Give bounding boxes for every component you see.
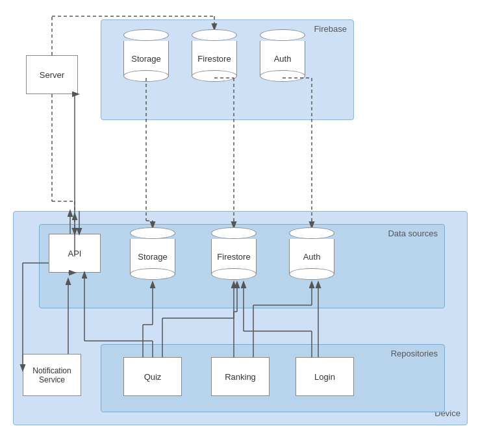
ds-cyl-top-3 (289, 227, 334, 239)
api-box: API (49, 234, 101, 273)
cylinder-bottom-oval (123, 70, 169, 82)
cylinder-top (123, 29, 169, 41)
firebase-firestore-cylinder: Firestore (192, 29, 237, 77)
ds-cyl-body-3: Auth (289, 239, 334, 275)
ds-auth-label: Auth (303, 252, 321, 262)
ds-cyl-body-2: Firestore (211, 239, 257, 275)
cylinder-body-3: Auth (260, 41, 305, 77)
ds-firestore-label: Firestore (217, 252, 250, 262)
login-label: Login (314, 372, 335, 382)
firebase-firestore-label: Firestore (197, 54, 231, 64)
notification-service-box: Notification Service (23, 354, 81, 396)
ds-storage-cylinder: Storage (130, 227, 175, 275)
cylinder-bottom-oval-2 (192, 70, 237, 82)
ranking-box: Ranking (211, 357, 270, 396)
cylinder-top-2 (192, 29, 237, 41)
notification-service-label: Notification Service (26, 366, 78, 384)
ds-cyl-oval-3 (289, 268, 334, 280)
diagram-container: Firebase Device Data sources Repositorie… (0, 0, 491, 448)
firebase-auth-cylinder: Auth (260, 29, 305, 77)
cylinder-body: Storage (123, 41, 169, 77)
cylinder-bottom-oval-3 (260, 70, 305, 82)
ds-cyl-top-2 (211, 227, 257, 239)
ds-cyl-body-1: Storage (130, 239, 175, 275)
firebase-storage-cylinder: Storage (123, 29, 169, 77)
firebase-storage-label: Storage (131, 54, 161, 64)
ds-cyl-top-1 (130, 227, 175, 239)
ds-cyl-oval-1 (130, 268, 175, 280)
datasources-label: Data sources (388, 229, 438, 238)
quiz-label: Quiz (144, 372, 162, 382)
firebase-label: Firebase (314, 24, 347, 34)
ranking-label: Ranking (225, 372, 256, 382)
cylinder-top-3 (260, 29, 305, 41)
quiz-box: Quiz (123, 357, 182, 396)
ds-auth-cylinder: Auth (289, 227, 334, 275)
login-box: Login (296, 357, 354, 396)
ds-firestore-cylinder: Firestore (211, 227, 257, 275)
ds-storage-label: Storage (138, 252, 168, 262)
cylinder-body-2: Firestore (192, 41, 237, 77)
ds-cyl-oval-2 (211, 268, 257, 280)
firebase-auth-label: Auth (274, 54, 292, 64)
server-label: Server (40, 70, 64, 80)
api-label: API (68, 249, 82, 258)
server-box: Server (26, 55, 78, 94)
repositories-label: Repositories (391, 349, 438, 358)
